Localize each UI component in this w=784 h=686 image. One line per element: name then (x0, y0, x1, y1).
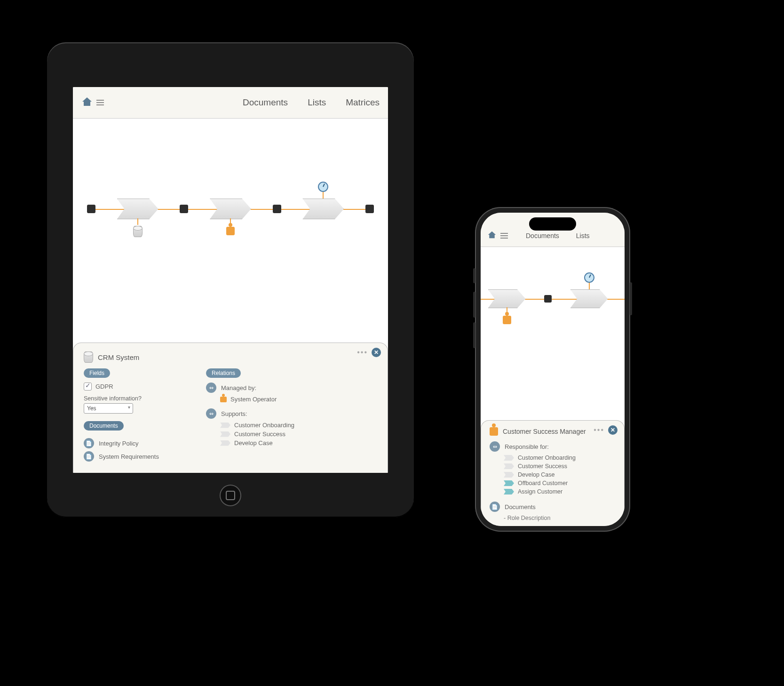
flow-gateway-2[interactable] (273, 205, 281, 213)
flow-step[interactable] (570, 289, 608, 308)
document-icon: 📄 (84, 451, 94, 462)
flow-step[interactable] (488, 289, 526, 308)
document-link[interactable]: - Role Description (504, 515, 616, 521)
tab-documents[interactable]: Documents (526, 232, 559, 239)
document-link[interactable]: System Requirements (99, 453, 159, 460)
relation-item[interactable]: Customer Success (234, 431, 285, 438)
process-icon (220, 431, 230, 437)
tab-lists[interactable]: Lists (576, 232, 590, 239)
flow-gateway[interactable] (544, 295, 552, 303)
home-icon[interactable] (81, 96, 93, 109)
flow-step-3[interactable] (302, 199, 344, 219)
tab-documents[interactable]: Documents (243, 97, 288, 108)
role-icon[interactable] (226, 227, 235, 235)
relation-item[interactable]: Customer Onboarding (518, 455, 576, 461)
process-icon (504, 455, 514, 461)
relations-section-label: Relations (206, 368, 241, 378)
supports-label: Supports: (221, 410, 247, 417)
process-icon (504, 480, 514, 486)
phone-screen: Documents Lists (481, 213, 625, 526)
role-icon (490, 427, 498, 436)
flow-start-node[interactable] (87, 205, 95, 213)
relation-item[interactable]: Customer Success (518, 463, 567, 470)
link-icon: ⇔ (490, 441, 500, 452)
nav-tabs: Documents Lists (526, 232, 590, 239)
gdpr-checkbox[interactable] (84, 383, 92, 391)
menu-icon[interactable] (96, 100, 104, 105)
flow-end-node[interactable] (365, 205, 374, 213)
responsible-for-label: Responsible for: (505, 443, 549, 450)
database-icon[interactable] (133, 226, 143, 237)
database-icon (84, 351, 93, 363)
relation-item[interactable]: Develop Case (518, 471, 555, 478)
relation-item[interactable]: Offboard Customer (518, 480, 568, 487)
process-icon (220, 440, 230, 446)
role-icon[interactable] (503, 316, 511, 324)
link-icon: ⇔ (206, 383, 216, 393)
nav-tabs: Documents Lists Matrices (243, 97, 380, 108)
role-icon (220, 397, 227, 402)
process-icon (504, 463, 514, 469)
gdpr-label: GDPR (95, 383, 113, 390)
tab-matrices[interactable]: Matrices (346, 97, 380, 108)
sensitive-info-label: Sensitive information? (84, 395, 178, 402)
document-link[interactable]: Integrity Policy (99, 440, 139, 447)
panel-title: Customer Success Manager (503, 428, 586, 435)
detail-panel: ••• ✕ CRM System Fields GDPR Sensitive i… (73, 343, 388, 473)
timer-icon[interactable] (318, 182, 328, 192)
panel-title: CRM System (98, 353, 139, 361)
flow-step-1[interactable] (117, 199, 158, 219)
close-icon[interactable]: ✕ (372, 348, 381, 357)
relation-item[interactable]: Develop Case (234, 439, 273, 447)
process-icon (504, 472, 514, 478)
menu-icon[interactable] (500, 233, 508, 239)
detail-panel: ••• ✕ Customer Success Manager ⇔Responsi… (481, 420, 625, 526)
process-icon (504, 489, 514, 495)
tab-lists[interactable]: Lists (308, 97, 326, 108)
process-canvas[interactable] (481, 247, 625, 420)
link-icon: ⇔ (206, 408, 216, 419)
sensitive-info-select[interactable]: Yes (84, 403, 133, 414)
app-header: Documents Lists Matrices (73, 87, 388, 119)
tablet-screen: Documents Lists Matrices (73, 87, 388, 473)
documents-label: Documents (505, 503, 536, 511)
tablet-home-button[interactable] (220, 485, 241, 506)
relation-item[interactable]: System Operator (230, 396, 277, 403)
tablet-device-frame: Documents Lists Matrices (47, 42, 414, 518)
process-canvas[interactable] (73, 119, 388, 343)
managed-by-label: Managed by: (221, 384, 256, 391)
phone-notch (529, 217, 576, 231)
document-icon: 📄 (490, 502, 500, 512)
more-icon[interactable]: ••• (594, 426, 604, 434)
flow-step-2[interactable] (210, 199, 251, 219)
more-icon[interactable]: ••• (357, 348, 368, 357)
fields-section-label: Fields (84, 368, 110, 378)
timer-icon[interactable] (584, 272, 594, 283)
relation-item[interactable]: Assign Customer (518, 488, 562, 495)
relation-item[interactable]: Customer Onboarding (234, 422, 294, 429)
documents-section-label: Documents (84, 421, 124, 431)
home-icon[interactable] (487, 231, 497, 241)
document-icon: 📄 (84, 438, 94, 448)
process-icon (220, 423, 230, 428)
phone-device-frame: Documents Lists (475, 207, 630, 532)
flow-gateway-1[interactable] (180, 205, 188, 213)
close-icon[interactable]: ✕ (608, 425, 618, 435)
